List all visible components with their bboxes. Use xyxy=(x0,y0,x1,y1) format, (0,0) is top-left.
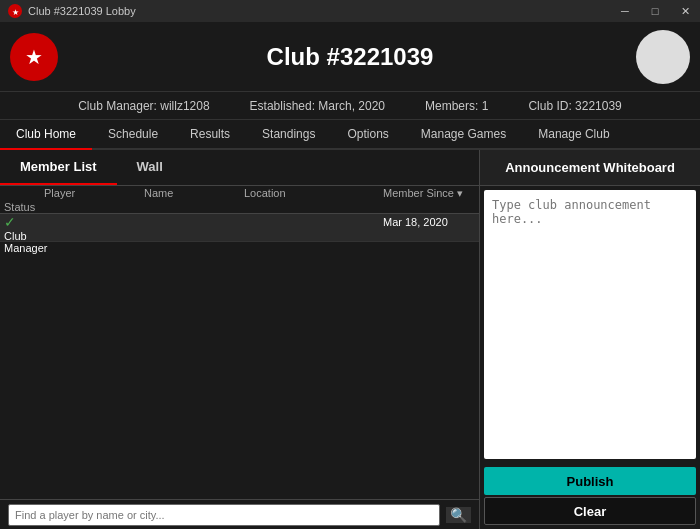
info-bar: Club Manager: willz1208 Established: Mar… xyxy=(0,92,700,120)
whiteboard-textarea[interactable] xyxy=(484,190,696,459)
club-id-info: Club ID: 3221039 xyxy=(528,99,621,113)
svg-text:★: ★ xyxy=(12,8,19,17)
row-status: Club Manager xyxy=(0,230,40,254)
minimize-button[interactable]: ─ xyxy=(610,0,640,22)
app-icon: ★ xyxy=(8,4,22,18)
col-member-since[interactable]: Member Since xyxy=(379,187,479,200)
clear-button[interactable]: Clear xyxy=(484,497,696,525)
tab-standings[interactable]: Standings xyxy=(246,120,331,148)
publish-button[interactable]: Publish xyxy=(484,467,696,495)
search-bar: 🔍 xyxy=(0,499,479,529)
sub-tab-wall[interactable]: Wall xyxy=(117,150,183,185)
club-title: Club #3221039 xyxy=(267,43,434,71)
row-check: ✓ xyxy=(0,214,40,230)
tab-manage-club[interactable]: Manage Club xyxy=(522,120,625,148)
whiteboard-title: Announcement Whiteboard xyxy=(480,150,700,186)
search-input[interactable] xyxy=(8,504,440,526)
nav-tabs: Club Home Schedule Results Standings Opt… xyxy=(0,120,700,150)
main-content: Member List Wall Player Name Location xyxy=(0,150,700,529)
search-button[interactable]: 🔍 xyxy=(446,507,471,523)
header: ★ Club #3221039 xyxy=(0,22,700,92)
logo-star: ★ xyxy=(25,45,43,69)
members-info: Members: 1 xyxy=(425,99,488,113)
col-name: Name xyxy=(140,187,240,199)
tab-manage-games[interactable]: Manage Games xyxy=(405,120,522,148)
tab-schedule[interactable]: Schedule xyxy=(92,120,174,148)
club-manager-info: Club Manager: willz1208 xyxy=(78,99,209,113)
whiteboard-buttons: Publish Clear xyxy=(480,463,700,529)
col-player: Player xyxy=(40,187,140,199)
avatar xyxy=(636,30,690,84)
row-member-since: Mar 18, 2020 xyxy=(379,216,479,228)
table-row[interactable]: ✓ Mar 18, 2020 Club Manager xyxy=(0,214,479,242)
title-bar: ★ Club #3221039 Lobby ─ □ ✕ xyxy=(0,0,700,22)
table-header: Player Name Location Member Since Status xyxy=(0,186,479,214)
search-icon: 🔍 xyxy=(450,507,467,523)
sub-tab-member-list[interactable]: Member List xyxy=(0,150,117,185)
col-location: Location xyxy=(240,187,379,199)
right-panel: Announcement Whiteboard Publish Clear xyxy=(480,150,700,529)
tab-results[interactable]: Results xyxy=(174,120,246,148)
member-table: Player Name Location Member Since Status… xyxy=(0,186,479,499)
close-button[interactable]: ✕ xyxy=(670,0,700,22)
sub-tabs: Member List Wall xyxy=(0,150,479,186)
col-status: Status xyxy=(0,201,40,213)
established-info: Established: March, 2020 xyxy=(250,99,385,113)
app-logo: ★ xyxy=(10,33,58,81)
left-panel: Member List Wall Player Name Location xyxy=(0,150,480,529)
title-bar-text: Club #3221039 Lobby xyxy=(28,5,136,17)
maximize-button[interactable]: □ xyxy=(640,0,670,22)
tab-club-home[interactable]: Club Home xyxy=(0,120,92,150)
title-bar-controls: ─ □ ✕ xyxy=(610,0,700,22)
tab-options[interactable]: Options xyxy=(331,120,404,148)
